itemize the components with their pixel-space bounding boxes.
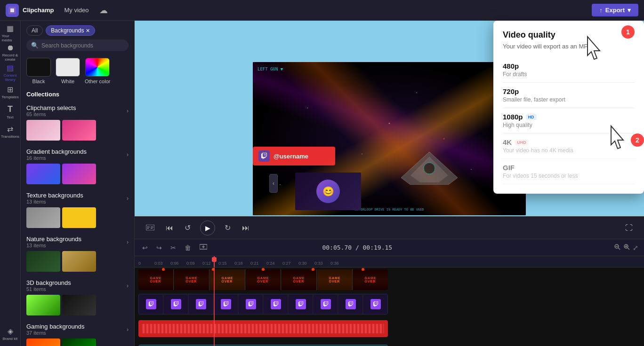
ruler-mark: 0:24: [266, 261, 282, 266]
collection-row: Nature backgrounds 13 items ›: [26, 236, 129, 248]
collection-row: Clipchamp selects 65 items ›: [26, 104, 129, 117]
skip-forward-button[interactable]: ⏭: [240, 222, 251, 234]
thumb-2: [62, 251, 96, 272]
collection-gaming-backgrounds[interactable]: Gaming backgrounds 37 items ›: [21, 319, 134, 346]
search-input[interactable]: [41, 42, 124, 49]
quality-720p-title: 720p: [503, 87, 635, 95]
thumb-2: [62, 295, 96, 315]
sidebar-item-templates[interactable]: ⊞ Templates: [2, 84, 19, 101]
video-title[interactable]: My video: [59, 5, 93, 16]
quality-1080p-title: 1080p HD: [503, 113, 635, 121]
zoom-in-button[interactable]: [623, 244, 630, 252]
track-2-content[interactable]: [138, 294, 388, 315]
cloud-icon: ☁: [99, 5, 108, 16]
clip-game-over-4: GAMEOVER: [246, 269, 281, 290]
quality-option-720p[interactable]: 720p Smaller file, faster export: [503, 83, 635, 108]
thumb-1: [26, 164, 60, 184]
logo-icon: [6, 4, 19, 17]
export-button[interactable]: ↑ Export ▾: [592, 4, 638, 16]
quality-option-4k[interactable]: 4K UHD Your video has no 4K media: [503, 134, 635, 159]
undo-button[interactable]: ↩: [140, 242, 150, 253]
backgrounds-panel: All Backgrounds ✕ 🔍 Black White: [21, 21, 135, 346]
track-3-content[interactable]: [138, 320, 388, 337]
collection-gradient-backgrounds[interactable]: Gradient backgrounds 16 items ›: [21, 144, 134, 188]
filter-all[interactable]: All: [26, 25, 43, 36]
panel-collapse-button[interactable]: ‹: [269, 174, 278, 193]
collection-thumbs: [26, 251, 129, 272]
sidebar-item-record[interactable]: ⏺ Record &create: [2, 44, 19, 61]
app-name: Clipchamp: [23, 7, 54, 14]
add-to-timeline-button[interactable]: [198, 241, 209, 254]
content-library-icon: ▤: [7, 63, 14, 72]
ruler-mark: 0:03: [154, 261, 170, 266]
username-text: @username: [274, 153, 308, 160]
quality-option-480p[interactable]: 480p For drafts: [503, 57, 635, 83]
collection-thumbs: [26, 295, 129, 315]
clip-game-over-1: GAMEOVER: [138, 269, 174, 290]
sidebar-item-your-media[interactable]: ▦ Your media: [2, 24, 19, 41]
swatch-white-box: [56, 58, 80, 77]
zoom-out-button[interactable]: [614, 244, 620, 252]
quality-720p-sub: Smaller file, faster export: [503, 96, 635, 103]
clip-game-over-6: GAMEOVER: [317, 269, 353, 290]
ruler-mark: 0:21: [250, 261, 266, 266]
swatch-other[interactable]: Other color: [85, 58, 110, 84]
quality-popup: Video quality Your video will export as …: [493, 21, 644, 194]
collection-texture-backgrounds[interactable]: Texture backgrounds 13 items ›: [21, 188, 134, 232]
quality-popup-title: Video quality: [503, 30, 635, 40]
record-label: Record &create: [2, 53, 18, 62]
quality-4k-title: 4K UHD: [503, 138, 635, 146]
twitch-clip-10: [363, 294, 387, 314]
video-main: LEFT GUN ▼ RIGHT GUN ▼ HYPERLOOP DRIVE I…: [253, 62, 526, 215]
sidebar-item-text[interactable]: T Text: [2, 103, 19, 120]
sidebar-item-brand-kit[interactable]: ◈ Brand kit: [2, 325, 19, 342]
thumb-1: [26, 338, 60, 346]
svg-rect-8: [151, 228, 153, 229]
twitch-clip-3: [189, 294, 213, 314]
collection-thumbs: [26, 207, 129, 228]
expand-timeline-button[interactable]: ⤢: [633, 244, 638, 252]
filter-close-icon[interactable]: ✕: [86, 28, 90, 34]
redo-button[interactable]: ↪: [154, 242, 164, 253]
sidebar-item-transitions[interactable]: ⇄ Transitions: [2, 123, 19, 140]
track-1-content[interactable]: GAMEOVER GAMEOVER GAMEOVER GAMEOVER GAME…: [138, 269, 388, 290]
captions-button[interactable]: [144, 222, 156, 234]
filter-backgrounds[interactable]: Backgrounds ✕: [46, 25, 95, 36]
skip-back-button[interactable]: ⏮: [164, 222, 175, 234]
collection-title: Clipchamp selects: [26, 104, 76, 111]
collection-clipchamp-selects[interactable]: Clipchamp selects 65 items ›: [21, 101, 134, 144]
twitch-clip-9: [338, 294, 363, 314]
transitions-label: Transitions: [1, 134, 19, 139]
current-time: 00:05.70: [322, 244, 352, 251]
marker: [212, 268, 215, 271]
app-logo: Clipchamp: [6, 4, 54, 17]
uhd-badge: UHD: [515, 140, 529, 145]
collection-title: Gradient backgrounds: [26, 148, 87, 155]
video-pip: 😊: [295, 173, 361, 210]
delete-button[interactable]: 🗑: [183, 242, 193, 253]
forward-button[interactable]: ↻: [223, 221, 233, 234]
swatch-white[interactable]: White: [56, 58, 80, 84]
rewind-button[interactable]: ↺: [183, 221, 193, 234]
swatch-black[interactable]: Black: [26, 58, 51, 84]
quality-option-1080p[interactable]: 1080p HD High quality: [503, 108, 635, 134]
export-chevron-icon: ▾: [628, 7, 631, 14]
svg-rect-6: [151, 227, 153, 228]
ruler-mark: 0:18: [234, 261, 250, 266]
quality-option-gif[interactable]: GIF For videos 15 seconds or less: [503, 159, 635, 184]
timeline-toolbar: ↩ ↪ ✂ 🗑 00:05.70 / 00:19.15: [135, 239, 644, 256]
playhead-top: [212, 257, 217, 262]
ruler-mark: 0:30: [298, 261, 314, 266]
twitch-icon: [258, 150, 270, 162]
sidebar-item-content-library[interactable]: ▤ Contentlibrary: [2, 64, 19, 81]
transitions-icon: ⇄: [7, 125, 13, 134]
collection-nature-backgrounds[interactable]: Nature backgrounds 13 items ›: [21, 232, 134, 275]
svg-line-14: [628, 248, 629, 250]
collection-3d-backgrounds[interactable]: 3D backgrounds 51 items ›: [21, 275, 134, 319]
ruler-mark: 0:27: [282, 261, 298, 266]
cut-button[interactable]: ✂: [169, 242, 178, 253]
fullscreen-button[interactable]: ⛶: [623, 222, 635, 234]
play-button[interactable]: ▶: [200, 220, 215, 236]
ruler-mark: 0:09: [186, 261, 202, 266]
marker: [362, 268, 364, 271]
